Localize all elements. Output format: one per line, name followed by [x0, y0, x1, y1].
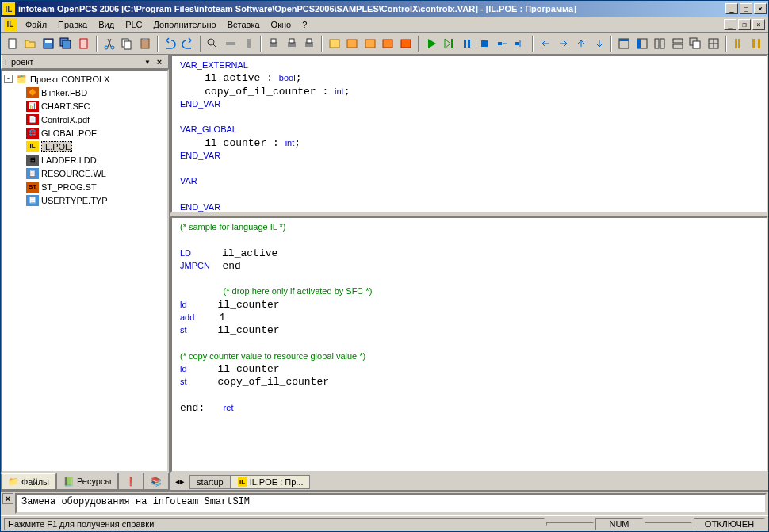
titlebar[interactable]: IL infoteam OpenPCS 2006 [C:\Program Fil… [1, 1, 768, 17]
svg-rect-29 [481, 40, 488, 47]
svg-rect-43 [735, 39, 737, 48]
win-c-button[interactable] [652, 35, 669, 52]
tab-icon: 📗 [63, 476, 75, 487]
menu-вставка[interactable]: Вставка [222, 18, 266, 31]
sidebar-tab[interactable]: 📚 [143, 473, 169, 490]
svg-rect-35 [637, 39, 641, 48]
copy-button[interactable] [118, 35, 136, 52]
mdi-minimize-button[interactable]: _ [724, 19, 736, 30]
close-button[interactable]: × [754, 3, 767, 14]
menu-вид[interactable]: Вид [93, 18, 120, 31]
win-e-button[interactable] [687, 35, 705, 52]
stop-button[interactable] [476, 35, 494, 52]
sidebar-tab[interactable]: 📁Файлы [1, 473, 56, 490]
sidebar-close-button[interactable]: × [154, 57, 165, 67]
tab-icon: 📚 [151, 476, 162, 487]
menu-правка[interactable]: Правка [52, 18, 93, 31]
tree-item[interactable]: 🌐GLOBAL.POE [4, 126, 166, 140]
build-b-button[interactable] [344, 35, 362, 52]
sidebar-dropdown-icon[interactable]: ▼ [144, 59, 154, 66]
dbg-a-button[interactable] [494, 35, 511, 52]
build-e-button[interactable] [397, 35, 415, 52]
window-title: infoteam OpenPCS 2006 [C:\Program Files\… [18, 4, 725, 13]
tree-item[interactable]: ⊞LADDER.LDD [4, 153, 166, 166]
tree-item[interactable]: 📊CHART.SFC [4, 99, 166, 113]
declarations-pane[interactable]: VAR_EXTERNAL il_active : bool; copy_of_i… [170, 55, 768, 213]
editor-tab[interactable]: ILIL.POE : Пр... [231, 475, 311, 489]
save-button[interactable] [40, 35, 57, 52]
status-empty-2 [645, 522, 692, 526]
tree-item[interactable]: 📃USERTYPE.TYP [4, 193, 166, 207]
output-close-button[interactable]: × [2, 493, 13, 504]
output-text[interactable]: Замена оборудования на infoteam SmartSIM [15, 493, 767, 514]
tree-item[interactable]: 📄ControlX.pdf [4, 113, 166, 126]
build-a-button[interactable] [326, 35, 343, 52]
tree-item[interactable]: 📋RESOURCE.WL [4, 166, 166, 180]
run-button[interactable] [423, 35, 440, 52]
win-d-button[interactable] [669, 35, 687, 52]
tree-item-label: GLOBAL.POE [41, 128, 97, 138]
redo-button[interactable] [179, 35, 197, 52]
svg-rect-26 [451, 39, 453, 48]
code-pane[interactable]: (* sample for language IL *) LD il_activ… [170, 216, 768, 473]
tool-a-button[interactable] [222, 35, 239, 52]
svg-rect-18 [289, 39, 294, 43]
zoom-button[interactable] [205, 35, 222, 52]
status-empty-1 [546, 522, 594, 526]
minimize-button[interactable]: _ [725, 3, 738, 14]
tree-item[interactable]: STST_PROG.ST [4, 180, 166, 193]
paste-button[interactable] [136, 35, 154, 52]
expand-icon[interactable]: - [4, 75, 13, 83]
menu-?[interactable]: ? [297, 18, 312, 31]
tool-b-button[interactable] [240, 35, 258, 52]
tree-item-label: Blinker.FBD [41, 88, 87, 98]
step-button[interactable] [440, 35, 457, 52]
tree-root[interactable]: - 🗂️ Проект CONTROLX [4, 72, 166, 86]
menu-plc[interactable]: PLC [120, 18, 147, 31]
nav-a-button[interactable] [537, 35, 554, 52]
project-sidebar: Проект ▼ × - 🗂️ Проект CONTROLX 🔶Blinker… [1, 55, 170, 490]
menu-окно[interactable]: Окно [266, 18, 297, 31]
build-d-button[interactable] [380, 35, 397, 52]
win-b-button[interactable] [633, 35, 651, 52]
maximize-button[interactable]: □ [740, 3, 752, 14]
mdi-restore-button[interactable]: ❐ [738, 19, 751, 30]
status-num: NUM [595, 518, 643, 530]
nav-d-button[interactable] [591, 35, 608, 52]
win-a-button[interactable] [615, 35, 633, 52]
tree-item[interactable]: 🔶Blinker.FBD [4, 86, 166, 99]
col-b-button[interactable] [748, 35, 765, 52]
menu-файл[interactable]: Файл [20, 18, 52, 31]
open-button[interactable] [22, 35, 40, 52]
col-a-button[interactable] [730, 35, 748, 52]
new-button[interactable] [4, 35, 21, 52]
printc-button[interactable] [300, 35, 318, 52]
tree-item[interactable]: ILIL.POE [4, 140, 166, 153]
mdi-icon: IL [4, 18, 17, 31]
sidebar-tab[interactable]: ❗ [118, 473, 143, 490]
build-c-button[interactable] [362, 35, 379, 52]
menu-дополнительно[interactable]: Дополнительно [148, 18, 222, 31]
nav-c-button[interactable] [572, 35, 590, 52]
tab-nav-icon[interactable]: ◂▸ [174, 476, 186, 488]
saveall-button[interactable] [58, 35, 75, 52]
print-button[interactable] [265, 35, 282, 52]
undo-button[interactable] [162, 35, 179, 52]
win-f-button[interactable] [705, 35, 722, 52]
dbg-b-button[interactable] [512, 35, 530, 52]
printb-button[interactable] [283, 35, 300, 52]
project-tree[interactable]: - 🗂️ Проект CONTROLX 🔶Blinker.FBD📊CHART.… [1, 69, 169, 473]
file-icon: ST [26, 182, 39, 193]
sidebar-tab[interactable]: 📗Ресурсы [56, 473, 118, 490]
tab-icon: IL [238, 477, 247, 487]
statusbar: Нажмите F1 для получения справки NUM ОТК… [1, 515, 768, 531]
editor-area: VAR_EXTERNAL il_active : bool; copy_of_i… [170, 55, 768, 490]
mdi-close-button[interactable]: × [752, 19, 765, 30]
cut-button[interactable] [101, 35, 118, 52]
nav-b-button[interactable] [555, 35, 572, 52]
svg-rect-25 [401, 40, 411, 48]
editor-tab[interactable]: startup [189, 475, 231, 489]
close-file-button[interactable] [75, 35, 93, 52]
pause-button[interactable] [458, 35, 476, 52]
svg-rect-4 [63, 40, 71, 48]
